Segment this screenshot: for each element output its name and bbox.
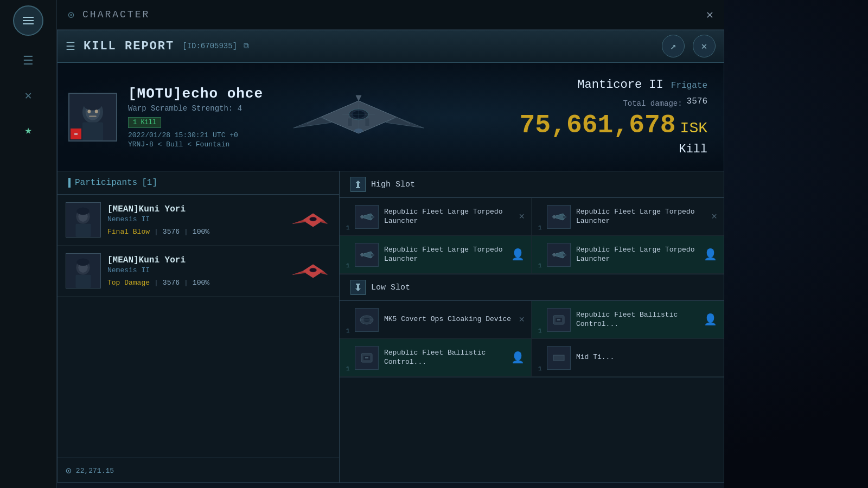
item-remove-icon[interactable]: ×: [519, 211, 525, 222]
svg-point-5: [87, 110, 91, 113]
participant-stats-1: Final Blow | 3576 | 100%: [107, 228, 281, 236]
kill-type: Kill: [679, 143, 707, 156]
item-icon: [355, 205, 379, 229]
slot-item[interactable]: 1 Republic Fleet Large Torpedo Launcher …: [340, 198, 532, 236]
header-bar-accent: [68, 178, 71, 188]
item-person-icon[interactable]: 👤: [704, 248, 717, 261]
kill-details: [MOTU]echo ohce Warp Scramble Strength: …: [128, 86, 263, 149]
top-bar: ⊙ CHARACTER ✕: [57, 0, 724, 30]
ship-class: Manticore II: [577, 78, 663, 92]
slot-item[interactable]: 1 MK5 Covert Ops Cloaking Device ×: [340, 301, 532, 339]
svg-point-26: [76, 259, 89, 266]
participants-panel: Participants [1] [MEAN]Kuni Yori Nem: [58, 171, 340, 483]
pilot-avatar: ▬: [68, 93, 117, 142]
isk-label: ISK: [680, 120, 707, 137]
item-qty: 1: [346, 224, 350, 231]
sidebar-icon-star[interactable]: ★: [13, 115, 43, 145]
kill-info-section: ▬ [MOTU]echo ohce Warp Scramble Strength…: [58, 63, 724, 171]
high-slot-section: High Slot 1: [340, 171, 724, 274]
high-slot-header: High Slot: [340, 171, 724, 198]
stat-pct-1: 100%: [193, 228, 209, 236]
ship-image: [264, 74, 454, 160]
item-name: Republic Fleet Ballistic Control...: [576, 311, 698, 329]
slot-item[interactable]: 1 Republic Fleet Ballistic Control... 👤: [532, 301, 724, 339]
svg-rect-30: [371, 216, 374, 218]
svg-rect-19: [75, 224, 91, 237]
item-qty: 1: [346, 365, 350, 372]
ship-type: Frigate: [671, 81, 707, 91]
low-slot-items: 1 MK5 Covert Ops Cloaking Device ×: [340, 301, 724, 377]
main-panel: ☰ KILL REPORT [ID:6705935] ⧉ ↗ ✕: [57, 30, 724, 483]
stat-pct-2: 100%: [193, 279, 209, 287]
item-icon: [547, 205, 571, 229]
item-qty: 1: [346, 262, 350, 269]
panel-title: KILL REPORT: [84, 40, 174, 53]
slot-item[interactable]: 1 Mid Ti...: [532, 339, 724, 377]
participant-avatar-2: [66, 253, 101, 288]
total-damage-label: Total damage:: [623, 99, 682, 108]
slot-item[interactable]: 1 Republic Fleet Ballistic Control... 👤: [340, 339, 532, 377]
export-icon: ↗: [671, 40, 676, 52]
svg-rect-7: [89, 115, 96, 117]
kill-stats: Manticore II Frigate Total damage: 3576 …: [520, 63, 707, 171]
slot-item[interactable]: 1 Republic Fleet Large Torpedo Launcher …: [340, 236, 532, 274]
participant-item[interactable]: [MEAN]Kuni Yori Nemesis II Final Blow | …: [58, 195, 339, 246]
panel-close-button[interactable]: ✕: [693, 35, 716, 57]
stat-label-1: Final Blow: [107, 228, 150, 236]
stat-damage-2: 3576: [163, 279, 180, 287]
svg-point-20: [76, 208, 89, 215]
item-name: Republic Fleet Ballistic Control...: [384, 349, 506, 367]
sidebar-icon-close[interactable]: ✕: [13, 80, 43, 111]
participants-header: Participants [1]: [58, 171, 339, 195]
panel-id: [ID:6705935] ⧉: [182, 42, 249, 50]
participant-info-2: [MEAN]Kuni Yori Nemesis II Top Damage | …: [107, 255, 281, 287]
kill-badge: 1 Kill: [128, 117, 161, 128]
slot-item[interactable]: 1 Republic Fleet Large Torpedo Launcher …: [532, 198, 724, 236]
participant-ship-icon: ⊙: [66, 465, 72, 477]
svg-rect-37: [361, 253, 363, 256]
svg-rect-33: [563, 216, 566, 218]
item-remove-icon[interactable]: ×: [711, 211, 717, 222]
corp-icon: ▬: [71, 129, 81, 139]
top-bar-close-button[interactable]: ✕: [706, 8, 713, 22]
participant-stats-2: Top Damage | 3576 | 100%: [107, 279, 281, 287]
participant-ship-1: Nemesis II: [107, 215, 281, 223]
character-icon: ⊙: [68, 8, 74, 22]
participant-item[interactable]: [MEAN]Kuni Yori Nemesis II Top Damage | …: [58, 246, 339, 297]
participant-name-2: [MEAN]Kuni Yori: [107, 255, 281, 265]
kill-location: YRNJ-8 < Bull < Fountain: [128, 140, 263, 149]
item-person-icon[interactable]: 👤: [704, 313, 717, 326]
bottom-section: Participants [1] [MEAN]Kuni Yori Nem: [58, 171, 724, 483]
participant-ship-image-1: [288, 207, 331, 234]
svg-point-4: [84, 100, 101, 110]
low-slot-icon: [350, 280, 366, 295]
sidebar-icon-character[interactable]: ☰: [13, 46, 43, 76]
stat-label-2: Top Damage: [107, 279, 150, 287]
svg-rect-3: [82, 122, 103, 140]
top-bar-title: CHARACTER: [82, 9, 150, 20]
low-slot-label: Low Slot: [371, 283, 410, 292]
svg-rect-36: [371, 254, 374, 256]
item-qty: 1: [538, 262, 542, 269]
total-damage-value: 3576: [687, 97, 707, 106]
svg-rect-40: [553, 253, 555, 256]
item-name: Mid Ti...: [576, 353, 717, 362]
item-icon: [547, 308, 571, 332]
item-person-icon[interactable]: 👤: [511, 351, 525, 364]
pilot-name: [MOTU]echo ohce: [128, 86, 263, 102]
item-icon: [547, 243, 571, 267]
svg-point-21: [309, 217, 316, 221]
panel-menu-icon[interactable]: ☰: [66, 40, 75, 53]
item-name: MK5 Covert Ops Cloaking Device: [384, 315, 513, 324]
sidebar-menu-button[interactable]: [13, 5, 43, 36]
high-slot-label: High Slot: [371, 180, 415, 189]
svg-rect-53: [365, 357, 368, 358]
item-person-icon[interactable]: 👤: [511, 248, 525, 261]
item-name: Republic Fleet Large Torpedo Launcher: [576, 246, 698, 264]
svg-point-6: [95, 110, 98, 113]
item-remove-icon[interactable]: ×: [519, 314, 525, 325]
slot-item[interactable]: 1 Republic Fleet Large Torpedo Launcher …: [532, 236, 724, 274]
low-slot-section: Low Slot 1: [340, 274, 724, 377]
stat-damage-1: 3576: [163, 228, 180, 236]
export-button[interactable]: ↗: [662, 35, 685, 57]
